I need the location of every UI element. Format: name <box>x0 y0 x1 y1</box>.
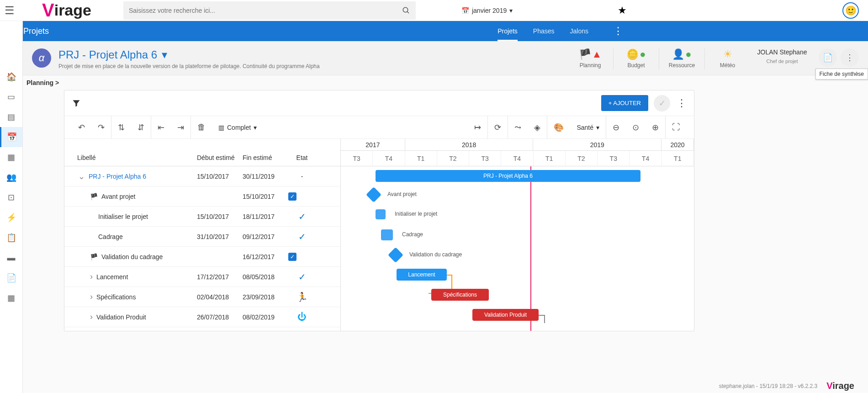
undo-icon[interactable]: ↶ <box>72 116 91 139</box>
indent-icon[interactable]: ⇥ <box>171 116 191 139</box>
add-button[interactable]: + AJOUTER <box>601 95 648 111</box>
palette-icon[interactable]: 🎨 <box>547 116 570 139</box>
collapse-icon[interactable]: ⇅ <box>111 116 131 139</box>
table-row[interactable]: ›Lancement 17/12/2017 08/05/2018 ✓ <box>64 267 340 287</box>
outdent-icon[interactable]: ⇤ <box>151 116 171 139</box>
color-mode-selector[interactable]: Santé ▾ <box>570 124 606 131</box>
zoom-out-icon[interactable]: ⊖ <box>606 116 626 139</box>
zoom-in-icon[interactable]: ⊕ <box>646 116 665 139</box>
flag-icon: 🏴 <box>90 253 98 260</box>
table-row[interactable]: Initialiser le projet 15/10/2017 18/11/2… <box>64 207 340 227</box>
chevron-right-icon[interactable]: › <box>90 312 93 322</box>
gantt-bar-label: Validation du cadrage <box>409 251 462 258</box>
tab-phases[interactable]: Phases <box>533 21 555 41</box>
hamburger-icon[interactable]: ☰ <box>5 4 15 17</box>
gantt-bar[interactable] <box>376 209 386 219</box>
summary-tooltip: Fiche de synthèse <box>815 69 868 80</box>
stat-meteo[interactable]: ☀ Météo <box>704 48 750 69</box>
search-input[interactable] <box>129 7 402 14</box>
row-state: - <box>288 173 316 180</box>
delete-icon[interactable]: 🗑 <box>191 116 212 139</box>
row-label: Avant projet <box>101 193 135 200</box>
search-box[interactable] <box>123 1 416 20</box>
ok-dot-icon: ● <box>685 48 691 60</box>
quarter-label: T1 <box>534 151 566 166</box>
gantt-bar[interactable] <box>381 229 393 240</box>
table-row[interactable]: 🏴Avant projet 15/10/2017 ✓ <box>64 186 340 207</box>
sidebar-grid-icon[interactable]: ▦ <box>0 288 22 308</box>
fullscreen-icon[interactable]: ⛶ <box>665 116 687 139</box>
table-row[interactable]: ⌄PRJ - Projet Alpha 6 15/10/2017 30/11/2… <box>64 166 340 186</box>
row-state: 🏃 <box>288 292 316 303</box>
sidebar-action-icon[interactable]: 📋 <box>0 228 22 248</box>
project-more-icon[interactable]: ⋮ <box>841 48 859 67</box>
card-more-icon[interactable]: ⋮ <box>677 97 687 109</box>
table-row[interactable]: Cadrage 31/10/2017 09/12/2017 ✓ <box>64 227 340 247</box>
chevron-right-icon[interactable]: › <box>90 292 93 302</box>
date-selector[interactable]: 📅 janvier 2019 ▾ <box>461 7 513 14</box>
sidebar-calendar-icon[interactable]: 📅 <box>0 127 22 147</box>
view-selector[interactable]: ▥ Complet ▾ <box>212 124 263 131</box>
favorite-star-icon[interactable]: ★ <box>618 5 627 16</box>
tabs-more-icon[interactable]: ⋮ <box>613 25 623 37</box>
chevron-down-icon[interactable]: ▾ <box>162 48 167 61</box>
row-end: 15/10/2017 <box>243 193 288 200</box>
table-row[interactable]: 🏴Validation du cadrage 16/12/2017 ✓ <box>64 247 340 267</box>
redo-icon[interactable]: ↷ <box>91 116 111 139</box>
refresh-icon[interactable]: ⟳ <box>487 116 508 139</box>
expand-icon[interactable]: ⇵ <box>131 116 151 139</box>
gantt-milestone[interactable] <box>366 187 381 202</box>
flag-icon: 🏴 <box>90 193 98 200</box>
row-state: ✓ <box>288 231 316 242</box>
sidebar-people-icon[interactable]: 👥 <box>0 167 22 187</box>
critical-path-icon[interactable]: ◈ <box>528 116 547 139</box>
logo: Virage <box>42 0 91 21</box>
sidebar-home-icon[interactable]: 🏠 <box>0 67 22 87</box>
stat-budget-label: Budget <box>616 62 656 69</box>
goto-today-icon[interactable]: ↦ <box>468 116 487 139</box>
sidebar-cash-icon[interactable]: ⊡ <box>0 187 22 207</box>
row-state: ✓ <box>288 271 316 282</box>
tab-jalons[interactable]: Jalons <box>570 21 588 41</box>
gantt-bar-project[interactable]: PRJ - Projet Alpha 6 <box>376 170 640 182</box>
planning-card: + AJOUTER ✓ ⋮ ↶ ↷ ⇅ ⇵ ⇤ ⇥ 🗑 ▥ Complet ▾ … <box>64 90 694 331</box>
year-label: 2020 <box>662 139 694 150</box>
running-icon: 🏃 <box>296 292 308 302</box>
gantt-bar[interactable]: Spécifications <box>431 289 489 301</box>
summary-sheet-button[interactable]: 📄 <box>819 48 837 67</box>
columns-icon: ▥ <box>218 124 224 131</box>
zoom-fit-icon[interactable]: ⊙ <box>626 116 646 139</box>
sidebar-doc-icon[interactable]: 📄 <box>0 268 22 288</box>
row-state: ⏻ <box>288 312 316 322</box>
project-description: Projet de mise en place de la nouvelle v… <box>58 63 567 69</box>
chevron-down-icon[interactable]: ⌄ <box>78 171 85 181</box>
stat-resource[interactable]: 👤● Ressource <box>659 48 704 69</box>
gantt-bar[interactable]: Validation Produit <box>472 309 539 321</box>
table-row[interactable]: ›Spécifications 02/04/2018 23/09/2018 🏃 <box>64 287 340 307</box>
project-avatar: α <box>32 48 51 68</box>
gantt-bar[interactable]: Lancement <box>397 269 447 281</box>
chevron-right-icon[interactable]: › <box>90 272 93 281</box>
quarter-label: T4 <box>630 151 662 166</box>
tab-projets[interactable]: Projets <box>498 21 518 41</box>
table-row[interactable]: ›Validation Produit 26/07/2018 08/02/201… <box>64 307 340 327</box>
stat-planning[interactable]: 🏴▲ Planning <box>567 48 613 69</box>
filter-icon[interactable] <box>72 99 81 108</box>
stat-budget[interactable]: 🪙● Budget <box>613 48 659 69</box>
sidebar-money-icon[interactable]: ▦ <box>0 147 22 167</box>
gantt-milestone[interactable] <box>388 247 403 263</box>
sidebar-flash-icon[interactable]: ⚡ <box>0 207 22 228</box>
project-title[interactable]: PRJ - Projet Alpha 6 ▾ <box>58 48 567 61</box>
user-avatar[interactable]: 🙂 <box>842 2 859 19</box>
quarter-label: T1 <box>662 151 694 166</box>
gantt-bar-label: Cadrage <box>402 231 423 238</box>
validate-button[interactable]: ✓ <box>654 95 670 112</box>
dependencies-icon[interactable]: ⤳ <box>508 116 528 139</box>
sidebar-tag-icon[interactable]: ▭ <box>0 87 22 107</box>
project-title-text: PRJ - Projet Alpha 6 <box>58 48 157 61</box>
gantt-chart[interactable]: 2017 2018 2019 2020 T3 T4 T1 T2 T3 T4 T1… <box>341 139 694 331</box>
search-icon[interactable] <box>402 6 410 15</box>
row-end: 16/12/2017 <box>243 253 288 260</box>
sidebar-card-icon[interactable]: ▤ <box>0 107 22 127</box>
sidebar-chat-icon[interactable]: ▬ <box>0 248 22 268</box>
